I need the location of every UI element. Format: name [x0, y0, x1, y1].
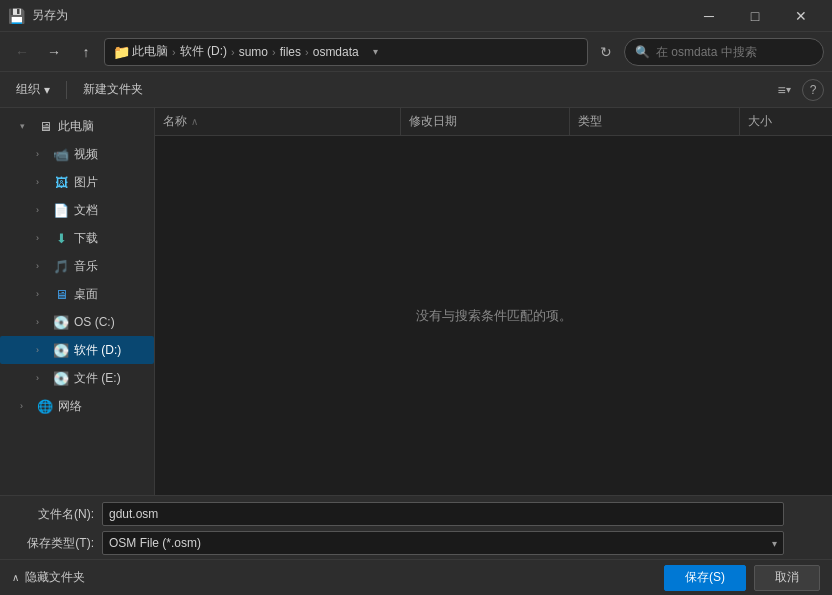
- search-box[interactable]: 🔍: [624, 38, 824, 66]
- window-controls: ─ □ ✕: [686, 0, 824, 32]
- bottom-fields: 文件名(N): 保存类型(T): OSM File (*.osm) ▾: [0, 495, 832, 559]
- sidebar-item-desktop[interactable]: › 🖥 桌面: [0, 280, 154, 308]
- col-type-label: 类型: [578, 113, 602, 130]
- chevron-pc: ▾: [20, 121, 32, 131]
- drived-label: 软件 (D:): [74, 342, 146, 359]
- cancel-button[interactable]: 取消: [754, 565, 820, 591]
- sidebar-item-doc[interactable]: › 📄 文档: [0, 196, 154, 224]
- back-button[interactable]: ←: [8, 38, 36, 66]
- hidden-files-label: 隐藏文件夹: [25, 569, 85, 586]
- chevron-osc: ›: [36, 317, 48, 327]
- drivee-icon: 💽: [52, 369, 70, 387]
- save-button[interactable]: 保存(S): [664, 565, 746, 591]
- minimize-button[interactable]: ─: [686, 0, 732, 32]
- chevron-music: ›: [36, 261, 48, 271]
- music-icon: 🎵: [52, 257, 70, 275]
- address-toolbar: ← → ↑ 📁 此电脑 › 软件 (D:) › sumo › files › o…: [0, 32, 832, 72]
- col-type-header[interactable]: 类型: [570, 108, 740, 135]
- help-button[interactable]: ?: [802, 79, 824, 101]
- sidebar-item-image[interactable]: › 🖼 图片: [0, 168, 154, 196]
- breadcrumb-sumo: sumo: [239, 45, 268, 59]
- maximize-button[interactable]: □: [732, 0, 778, 32]
- chevron-doc: ›: [36, 205, 48, 215]
- chevron-image: ›: [36, 177, 48, 187]
- video-icon: 📹: [52, 145, 70, 163]
- sidebar-item-download[interactable]: › ⬇ 下载: [0, 224, 154, 252]
- desktop-icon: 🖥: [52, 285, 70, 303]
- main-area: ▾ 🖥 此电脑 › 📹 视频 › 🖼 图片 › 📄 文档 › ⬇ 下载: [0, 108, 832, 495]
- image-icon: 🖼: [52, 173, 70, 191]
- breadcrumb-files: files: [280, 45, 301, 59]
- pc-icon: 🖥: [36, 117, 54, 135]
- col-date-header[interactable]: 修改日期: [401, 108, 571, 135]
- title-bar: 💾 另存为 ─ □ ✕: [0, 0, 832, 32]
- filetype-value: OSM File (*.osm): [109, 536, 201, 550]
- col-name-header[interactable]: 名称 ∧: [155, 108, 401, 135]
- title-icon: 💾: [8, 8, 24, 24]
- sidebar: ▾ 🖥 此电脑 › 📹 视频 › 🖼 图片 › 📄 文档 › ⬇ 下载: [0, 108, 155, 495]
- footer-bar: ∧ 隐藏文件夹 保存(S) 取消: [0, 559, 832, 595]
- doc-icon: 📄: [52, 201, 70, 219]
- filetype-row: 保存类型(T): OSM File (*.osm) ▾: [16, 531, 816, 555]
- network-icon: 🌐: [36, 397, 54, 415]
- download-label: 下载: [74, 230, 146, 247]
- organize-label: 组织: [16, 81, 40, 98]
- breadcrumb-folder-icon: 📁: [113, 44, 130, 60]
- address-bar[interactable]: 📁 此电脑 › 软件 (D:) › sumo › files › osmdata…: [104, 38, 588, 66]
- toolbar-right: ≡ ▾ ?: [770, 76, 824, 104]
- new-folder-label: 新建文件夹: [83, 81, 143, 98]
- empty-message: 没有与搜索条件匹配的项。: [416, 307, 572, 325]
- sidebar-item-pc[interactable]: ▾ 🖥 此电脑: [0, 112, 154, 140]
- address-dropdown-button[interactable]: ▾: [367, 43, 385, 61]
- search-icon: 🔍: [635, 45, 650, 59]
- close-button[interactable]: ✕: [778, 0, 824, 32]
- chevron-drivee: ›: [36, 373, 48, 383]
- chevron-up-icon: ∧: [12, 572, 19, 583]
- filetype-chevron-icon: ▾: [772, 538, 777, 549]
- sidebar-item-drivee[interactable]: › 💽 文件 (E:): [0, 364, 154, 392]
- doc-label: 文档: [74, 202, 146, 219]
- filename-input[interactable]: [102, 502, 784, 526]
- view-button[interactable]: ≡ ▾: [770, 76, 798, 104]
- desktop-label: 桌面: [74, 286, 146, 303]
- refresh-button[interactable]: ↻: [592, 38, 620, 66]
- forward-button[interactable]: →: [40, 38, 68, 66]
- filename-label: 文件名(N):: [16, 506, 94, 523]
- organize-chevron: ▾: [44, 83, 50, 97]
- hidden-files-toggle[interactable]: ∧ 隐藏文件夹: [12, 569, 85, 586]
- filetype-dropdown[interactable]: OSM File (*.osm) ▾: [102, 531, 784, 555]
- network-label: 网络: [58, 398, 146, 415]
- col-size-header[interactable]: 大小: [740, 108, 832, 135]
- sidebar-item-music[interactable]: › 🎵 音乐: [0, 252, 154, 280]
- breadcrumb-osmdata: osmdata: [313, 45, 359, 59]
- column-headers: 名称 ∧ 修改日期 类型 大小: [155, 108, 832, 136]
- sidebar-item-drived[interactable]: › 💽 软件 (D:): [0, 336, 154, 364]
- osc-icon: 💽: [52, 313, 70, 331]
- chevron-drived: ›: [36, 345, 48, 355]
- sort-icon: ∧: [191, 116, 198, 127]
- up-button[interactable]: ↑: [72, 38, 100, 66]
- col-size-label: 大小: [748, 113, 772, 130]
- breadcrumb: 📁 此电脑 › 软件 (D:) › sumo › files › osmdata: [113, 43, 359, 60]
- sidebar-item-network[interactable]: › 🌐 网络: [0, 392, 154, 420]
- video-label: 视频: [74, 146, 146, 163]
- organize-button[interactable]: 组织 ▾: [8, 77, 58, 103]
- music-label: 音乐: [74, 258, 146, 275]
- sidebar-item-video[interactable]: › 📹 视频: [0, 140, 154, 168]
- breadcrumb-pc: 此电脑: [132, 43, 168, 60]
- secondary-toolbar: 组织 ▾ 新建文件夹 ≡ ▾ ?: [0, 72, 832, 108]
- col-name-label: 名称: [163, 113, 187, 130]
- file-content-area: 没有与搜索条件匹配的项。: [155, 136, 832, 495]
- col-date-label: 修改日期: [409, 113, 457, 130]
- chevron-network: ›: [20, 401, 32, 411]
- sep4: ›: [305, 46, 309, 58]
- chevron-desktop: ›: [36, 289, 48, 299]
- osc-label: OS (C:): [74, 315, 146, 329]
- sidebar-item-osc[interactable]: › 💽 OS (C:): [0, 308, 154, 336]
- drivee-label: 文件 (E:): [74, 370, 146, 387]
- search-input[interactable]: [656, 45, 796, 59]
- image-label: 图片: [74, 174, 146, 191]
- filename-row: 文件名(N):: [16, 502, 816, 526]
- sep2: ›: [231, 46, 235, 58]
- new-folder-button[interactable]: 新建文件夹: [75, 77, 151, 103]
